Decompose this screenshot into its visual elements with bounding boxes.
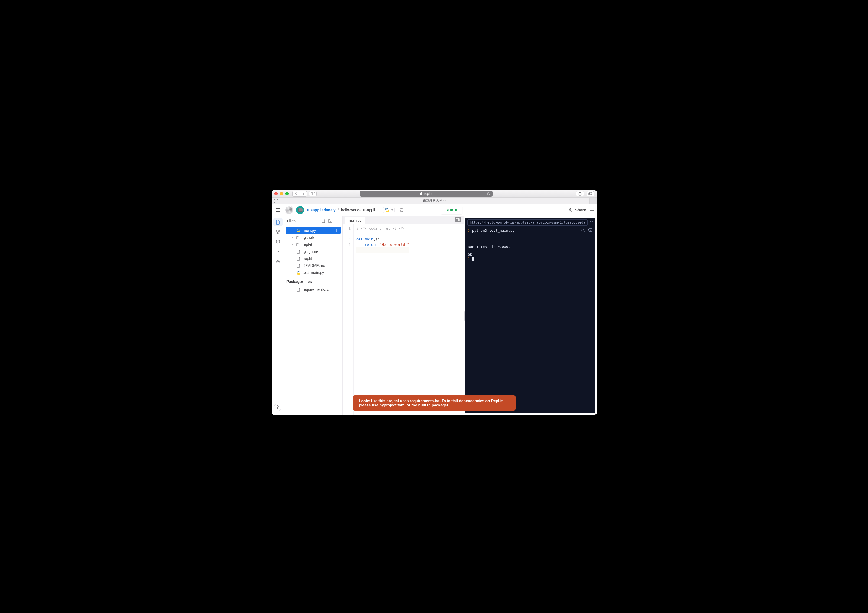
svg-point-8 xyxy=(570,208,571,210)
share-sheet-button[interactable] xyxy=(576,191,584,197)
file-tree-item[interactable]: test_main.py xyxy=(286,269,341,276)
browser-titlebar: repl.it xyxy=(272,190,597,197)
reload-icon[interactable] xyxy=(487,192,490,196)
side-rail xyxy=(272,216,284,415)
rail-debugger[interactable] xyxy=(273,247,282,256)
code-editor[interactable]: 12345 # -*- coding: utf-8 -*- def main()… xyxy=(343,224,463,415)
safari-window: repl.it 東京理科大学 + xyxy=(272,190,597,415)
editor-tab[interactable]: main.py xyxy=(345,217,366,224)
svg-rect-4 xyxy=(589,192,592,195)
search-icon[interactable] xyxy=(581,228,585,232)
files-panel: Files ⋮ main.py⋮▸.github▸repl-it.gitigno… xyxy=(284,216,343,415)
app-body: Files ⋮ main.py⋮▸.github▸repl-it.gitigno… xyxy=(272,216,597,415)
files-more-button[interactable]: ⋮ xyxy=(335,219,340,223)
warning-toast[interactable]: Looks like this project uses requirement… xyxy=(353,396,516,411)
editor-panel: main.py 12345 # -*- coding: utf-8 -*- de… xyxy=(343,216,463,415)
cursor xyxy=(472,257,474,261)
python-icon xyxy=(296,271,301,275)
tab-title[interactable]: 東京理科大学 xyxy=(423,199,446,203)
file-tree-item[interactable]: requirements.txt xyxy=(286,286,341,293)
python-icon xyxy=(385,208,389,212)
breadcrumb: tusappliedanaly / hello-world-tus-appli… xyxy=(307,208,379,212)
sidebar-toggle-button[interactable] xyxy=(309,191,317,197)
file-tree-item[interactable]: main.py⋮ xyxy=(286,227,341,234)
code-lines: # -*- coding: utf-8 -*- def main(): retu… xyxy=(353,224,409,415)
console-output[interactable]: ❯python3 test_main.py . ----------------… xyxy=(465,227,595,264)
files-header: Files ⋮ xyxy=(284,216,343,226)
chevron-down-icon xyxy=(443,200,446,202)
svg-point-13 xyxy=(297,229,298,230)
nav-forward-button[interactable] xyxy=(300,191,307,197)
replit-logo-icon[interactable] xyxy=(285,206,293,214)
window-maximize-button[interactable] xyxy=(285,192,288,196)
address-bar[interactable]: repl.it xyxy=(360,191,493,197)
svg-point-12 xyxy=(277,261,279,262)
editor-tabs: main.py xyxy=(343,216,463,224)
run-button[interactable]: Run xyxy=(441,206,462,214)
repl-url-input[interactable] xyxy=(467,219,587,226)
console-tools xyxy=(581,228,592,232)
file-icon xyxy=(296,287,301,292)
people-icon xyxy=(569,208,573,212)
svg-point-6 xyxy=(386,208,387,209)
clear-console-icon[interactable] xyxy=(587,228,592,232)
prompt-icon: ❯ xyxy=(468,228,470,233)
window-minimize-button[interactable] xyxy=(280,192,283,196)
svg-point-16 xyxy=(299,274,299,274)
files-title: Files xyxy=(287,219,319,223)
svg-point-15 xyxy=(297,271,298,272)
svg-point-19 xyxy=(582,229,584,231)
file-tree-item[interactable]: README.md xyxy=(286,262,341,269)
markdown-preview-button[interactable] xyxy=(455,217,461,222)
python-icon xyxy=(296,228,301,233)
svg-rect-2 xyxy=(420,194,422,195)
nav-back-forward xyxy=(292,191,307,197)
file-more-icon[interactable]: ⋮ xyxy=(335,228,339,232)
nav-back-button[interactable] xyxy=(293,191,300,197)
file-tree-item[interactable]: ▸.github xyxy=(286,234,341,241)
rail-packages[interactable] xyxy=(273,237,282,246)
file-tree-item[interactable]: .gitignore xyxy=(286,248,341,255)
svg-point-14 xyxy=(299,231,299,232)
language-selector[interactable]: ▾ xyxy=(383,207,395,213)
svg-rect-18 xyxy=(458,219,459,221)
apps-grid-icon[interactable] xyxy=(274,199,278,203)
replit-app: tusappliedanaly / hello-world-tus-appli…… xyxy=(272,204,597,415)
menu-button[interactable] xyxy=(274,206,282,214)
file-tree-item[interactable]: ▸repl-it xyxy=(286,241,341,248)
new-button[interactable]: + xyxy=(590,206,594,214)
new-folder-button[interactable] xyxy=(328,219,333,223)
rail-files[interactable] xyxy=(273,218,282,226)
favorites-bar: 東京理科大学 + xyxy=(272,197,597,204)
help-button[interactable]: ? xyxy=(274,403,282,411)
svg-rect-5 xyxy=(589,193,591,195)
svg-point-10 xyxy=(279,230,280,231)
line-gutter: 12345 xyxy=(343,224,353,415)
breadcrumb-user[interactable]: tusappliedanaly xyxy=(307,208,336,212)
new-file-button[interactable] xyxy=(321,219,326,223)
svg-rect-0 xyxy=(311,192,315,195)
file-icon xyxy=(296,250,301,254)
rail-version-control[interactable] xyxy=(273,228,282,236)
breadcrumb-project[interactable]: hello-world-tus-appli… xyxy=(341,208,379,212)
lock-icon xyxy=(420,192,423,196)
file-tree-item[interactable]: .replit xyxy=(286,255,341,262)
share-button[interactable]: Share xyxy=(569,208,586,212)
folder-icon xyxy=(296,236,301,239)
file-icon xyxy=(296,257,301,261)
tabs-overview-button[interactable] xyxy=(586,191,594,197)
window-close-button[interactable] xyxy=(274,192,278,196)
new-tab-button[interactable]: + xyxy=(589,197,597,204)
play-icon xyxy=(455,208,458,212)
rail-settings[interactable] xyxy=(273,257,282,265)
window-controls xyxy=(274,192,288,196)
address-text: repl.it xyxy=(424,192,432,196)
svg-point-7 xyxy=(388,211,388,212)
folder-icon xyxy=(296,243,301,246)
team-avatar[interactable] xyxy=(296,206,304,214)
console-panel: ❯python3 test_main.py . ----------------… xyxy=(465,217,595,413)
open-external-icon[interactable] xyxy=(589,220,593,224)
console-urlbar xyxy=(465,217,595,227)
history-button[interactable] xyxy=(397,206,406,214)
app-header: tusappliedanaly / hello-world-tus-appli…… xyxy=(272,204,597,216)
